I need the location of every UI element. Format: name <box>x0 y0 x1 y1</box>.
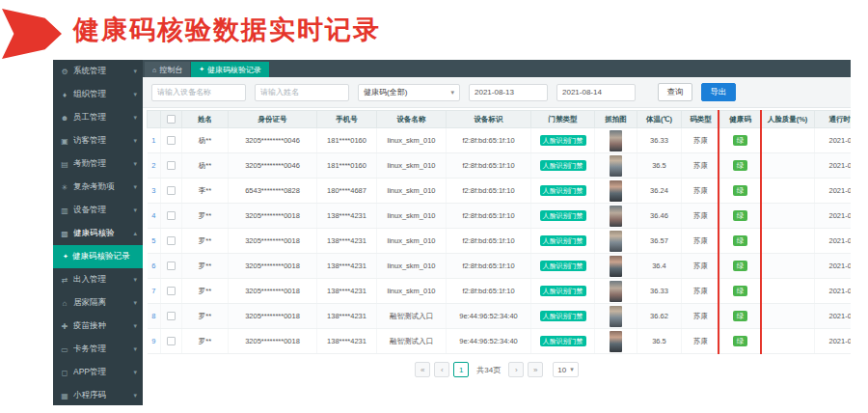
row-checkbox[interactable] <box>167 312 176 320</box>
cell-capture <box>595 254 637 279</box>
slide: 健康码核验数据实时记录 ⚙系统管理▾♦组织管理▾☻员工管理▾▣访客管理▾▤考勤管… <box>0 0 868 413</box>
date-to-input[interactable] <box>556 84 636 101</box>
sidebar-subitem-health-record[interactable]: ✦健康码核验记录 <box>53 245 143 268</box>
door-type-badge: 人脸识别门禁 <box>540 261 586 271</box>
sidebar-item-access[interactable]: ⇄出入管理▾ <box>53 268 143 291</box>
chevron-down-icon: ▾ <box>133 160 137 168</box>
sidebar-item-miniprogram[interactable]: ▦小程序码▾ <box>53 384 143 405</box>
table-row: 7罗**3205********0018138****4231linux_skm… <box>148 279 852 304</box>
cell-id-number: 3205********0018 <box>229 229 317 254</box>
sidebar-item-app[interactable]: ◻APP管理▾ <box>53 361 143 384</box>
sidebar-item-vaccine[interactable]: ✚疫苗接种▾ <box>53 315 143 338</box>
cell-id-number: 3205********0018 <box>229 304 317 329</box>
row-checkbox[interactable] <box>167 186 176 195</box>
records-table: 姓名身份证号手机号设备名称设备标识门禁类型抓拍图体温(℃)码类型健康码人脸质量(… <box>147 110 851 354</box>
cell-door-type: 人脸识别门禁 <box>531 229 595 254</box>
cell-capture <box>595 329 637 354</box>
capture-image[interactable] <box>610 155 622 177</box>
column-header: 抓拍图 <box>595 111 637 128</box>
capture-image[interactable] <box>610 130 622 151</box>
cell-face-quality <box>761 153 815 179</box>
cell-temperature: 36.24 <box>637 179 682 204</box>
row-checkbox[interactable] <box>167 262 176 270</box>
sidebar-item-attendance[interactable]: ▤考勤管理▾ <box>53 152 143 176</box>
cell-health-code: 绿 <box>720 279 761 304</box>
health-code-select[interactable]: 健康码(全部) ▾ <box>358 84 460 101</box>
device-name-input[interactable] <box>151 84 246 101</box>
cell-door-type: 人脸识别门禁 <box>531 153 595 179</box>
row-checkbox[interactable] <box>167 161 176 170</box>
chevron-down-icon: ▾ <box>570 366 574 373</box>
sidebar-item-device[interactable]: ▥设备管理▾ <box>53 199 143 222</box>
cell-name: 罗** <box>182 229 229 254</box>
cell-health-code: 绿 <box>720 329 761 354</box>
cell-id-number: 3205********0018 <box>229 254 317 279</box>
sidebar-item-quarantine[interactable]: ⌂居家隔离▾ <box>53 291 143 315</box>
query-button[interactable]: 查询 <box>658 83 692 101</box>
capture-image[interactable] <box>610 256 622 277</box>
cell-name: 李** <box>182 179 229 204</box>
row-index: 7 <box>148 279 161 304</box>
sidebar-item-organization[interactable]: ♦组织管理▾ <box>53 83 143 106</box>
cell-id-number: 3205********0018 <box>229 204 317 229</box>
cell-phone: 181****0160 <box>317 128 377 153</box>
date-from-input[interactable] <box>469 84 548 101</box>
capture-image[interactable] <box>610 281 622 302</box>
sidebar-subitem-label: 健康码核验记录 <box>72 251 130 262</box>
home-icon: ⌂ <box>152 67 156 73</box>
sidebar-item-visitor[interactable]: ▣访客管理▾ <box>53 129 143 152</box>
select-all-checkbox[interactable] <box>167 115 176 124</box>
page-title: 健康码核验数据实时记录 <box>73 13 381 47</box>
page-size-select[interactable]: 10 ▾ <box>553 362 578 377</box>
row-checkbox[interactable] <box>167 136 176 145</box>
capture-image[interactable] <box>610 180 622 202</box>
red-arrow-logo <box>2 8 62 60</box>
tab-health-record[interactable]: ✦健康码核验记录 <box>191 62 269 77</box>
chevron-down-icon: ▾ <box>133 369 137 376</box>
cell-name: 罗** <box>182 304 229 329</box>
cell-phone: 138****4231 <box>317 304 377 329</box>
cell-device-id: f2:8f:bd:65:1f:10 <box>447 229 531 254</box>
sidebar-item-label: 考勤管理 <box>73 158 129 170</box>
sidebar-item-card[interactable]: ▭卡务管理▾ <box>53 338 143 361</box>
visitor-icon: ▣ <box>60 137 69 146</box>
current-page-button[interactable]: 1 <box>453 362 469 377</box>
row-checkbox[interactable] <box>167 211 176 220</box>
cell-face-quality <box>761 279 815 304</box>
cell-door-type: 人脸识别门禁 <box>531 304 595 329</box>
cell-device-id: 9e:44:96:52:34:40 <box>447 329 531 354</box>
sidebar-item-system[interactable]: ⚙系统管理▾ <box>53 60 143 83</box>
tab-console[interactable]: ⌂控制台 <box>145 62 190 77</box>
cell-capture <box>595 179 637 204</box>
sidebar-item-health-check[interactable]: ▩健康码核验▴ <box>53 222 143 245</box>
cell-door-type: 人脸识别门禁 <box>531 329 595 354</box>
cell-pass-time: 2021-08- <box>815 304 852 329</box>
sidebar-item-complex-attendance[interactable]: ✳复杂考勤项▾ <box>53 176 143 199</box>
capture-image[interactable] <box>610 231 622 252</box>
cell-door-type: 人脸识别门禁 <box>531 128 595 153</box>
row-index: 9 <box>148 329 161 354</box>
door-type-badge: 人脸识别门禁 <box>540 160 586 171</box>
first-page-button[interactable]: « <box>415 362 430 377</box>
table-row: 5罗**3205********0018138****4231linux_skm… <box>148 229 852 254</box>
row-checkbox[interactable] <box>167 337 176 345</box>
sidebar-item-label: 健康码核验 <box>73 228 129 239</box>
export-button[interactable]: 导出 <box>701 83 736 101</box>
capture-image[interactable] <box>610 331 622 352</box>
row-checkbox-cell <box>161 254 182 279</box>
row-checkbox[interactable] <box>167 236 176 245</box>
chevron-down-icon: ▾ <box>133 392 137 399</box>
cell-capture <box>595 279 637 304</box>
sidebar-item-employee[interactable]: ☻员工管理▾ <box>53 106 143 129</box>
row-index: 5 <box>148 229 161 254</box>
row-index: 1 <box>148 128 161 153</box>
capture-image[interactable] <box>610 206 622 227</box>
row-checkbox[interactable] <box>167 287 176 295</box>
prev-page-button[interactable]: ‹ <box>434 362 449 377</box>
capture-image[interactable] <box>610 306 622 327</box>
cell-face-quality <box>761 128 815 153</box>
next-page-button[interactable]: › <box>508 362 524 377</box>
cell-door-type: 人脸识别门禁 <box>531 204 595 229</box>
last-page-button[interactable]: » <box>528 362 543 377</box>
name-input[interactable] <box>255 84 349 101</box>
